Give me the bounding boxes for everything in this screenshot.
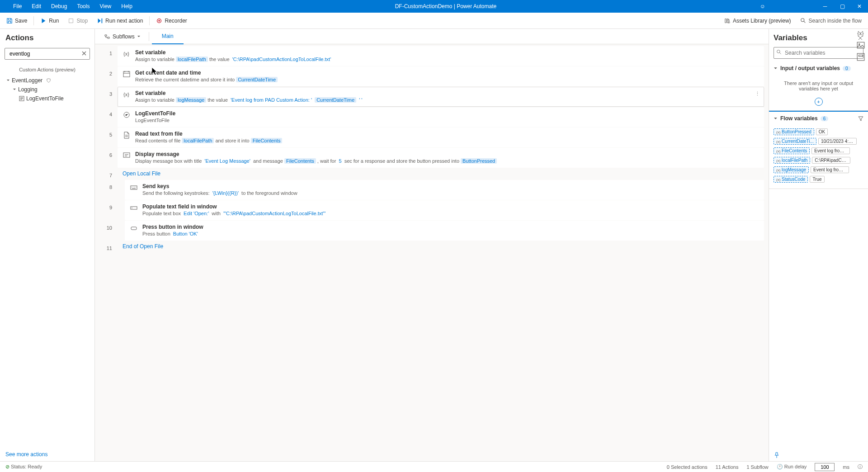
- menu-file[interactable]: File: [8, 0, 27, 13]
- images-tab-icon[interactable]: [856, 41, 865, 50]
- tree-node-logging[interactable]: Logging: [0, 85, 94, 94]
- tree-node-logeventtofile[interactable]: LogEventToFile: [0, 94, 94, 103]
- add-io-variable-button[interactable]: +: [815, 98, 823, 106]
- step-number: 10: [103, 221, 116, 231]
- variable-value: Event log from PAD...: [811, 166, 849, 173]
- step-send-keys[interactable]: Send keys Send the following keystrokes:…: [125, 180, 764, 200]
- step-populate-text[interactable]: Populate text field in window Populate t…: [125, 200, 764, 220]
- subflows-button[interactable]: Subflows: [99, 29, 146, 44]
- step-description: Retrieve the current datetime and store …: [135, 76, 759, 83]
- svg-rect-15: [857, 42, 864, 48]
- svg-text:{x}: {x}: [123, 51, 129, 57]
- close-button[interactable]: ✕: [851, 0, 868, 13]
- actions-heading: Actions: [0, 29, 94, 45]
- svg-rect-17: [857, 53, 864, 61]
- step-set-variable-2[interactable]: {x} Set variable Assign to variable logM…: [118, 87, 764, 107]
- variable-chip[interactable]: (x) ButtonPressed OK: [774, 128, 828, 135]
- tab-main[interactable]: Main: [152, 29, 184, 44]
- variable-chip[interactable]: (x) StatusCode True: [774, 176, 825, 183]
- step-display-message[interactable]: Display message Display message box with…: [118, 148, 764, 168]
- calendar-icon: [123, 70, 131, 78]
- custom-action-icon: [123, 111, 131, 119]
- recorder-button[interactable]: Recorder: [151, 13, 191, 29]
- step-title: LogEventToFile: [135, 110, 759, 117]
- more-icon[interactable]: ⋮: [755, 91, 760, 97]
- step-title: Get current date and time: [135, 70, 759, 76]
- flow-variables-header[interactable]: Flow variables6: [769, 112, 868, 125]
- step-read-text[interactable]: Read text from file Read contents of fil…: [118, 127, 764, 147]
- run-delay-input[interactable]: [815, 463, 835, 471]
- step-title: End of Open File: [123, 243, 759, 250]
- actions-panel: Actions Custom Actions (preview) EventLo…: [0, 29, 95, 461]
- flow-canvas[interactable]: 1 {x} Set variable Assign to variable lo…: [95, 44, 769, 461]
- svg-text:{x}: {x}: [123, 92, 129, 97]
- tree-node-eventlogger[interactable]: EventLogger: [0, 76, 94, 85]
- step-region-open[interactable]: Open Local File: [118, 168, 764, 179]
- step-title: Set variable: [135, 49, 759, 56]
- step-logeventtofile[interactable]: LogEventToFile LogEventToFile: [118, 107, 764, 127]
- step-title: Open Local File: [123, 170, 759, 177]
- step-number: 9: [103, 200, 116, 210]
- menu-help[interactable]: Help: [116, 0, 137, 13]
- keyboard-icon: [130, 184, 138, 192]
- step-press-button[interactable]: Press button in window Press button Butt…: [125, 221, 764, 241]
- step-get-datetime[interactable]: Get current date and time Retrieve the c…: [118, 66, 764, 86]
- variables-search-input[interactable]: [774, 47, 863, 59]
- variable-icon: {x}: [123, 50, 131, 58]
- variable-chip[interactable]: (x) CurrentDateTi... 10/21/2023 4:58:53.…: [774, 138, 857, 145]
- variable-name: (x) logMessage: [774, 166, 809, 173]
- menu-edit[interactable]: Edit: [27, 0, 46, 13]
- subflow-count: 1 Subflow: [746, 464, 768, 470]
- feedback-icon[interactable]: ☺: [754, 0, 771, 13]
- assets-library-button[interactable]: Assets Library (preview): [720, 13, 796, 29]
- save-button[interactable]: Save: [2, 13, 32, 29]
- clear-search-icon[interactable]: [81, 50, 87, 57]
- menu-tools[interactable]: Tools: [72, 0, 94, 13]
- file-icon: [123, 131, 131, 139]
- menu-debug[interactable]: Debug: [46, 0, 72, 13]
- variable-name: (x) CurrentDateTi...: [774, 138, 816, 145]
- run-next-button[interactable]: Run next action: [92, 13, 147, 29]
- button-icon: [130, 224, 138, 232]
- svg-point-16: [859, 43, 860, 45]
- variable-chip[interactable]: (x) FileContents Event log from PAD...: [774, 147, 850, 154]
- run-delay-label: 🕐 Run delay: [777, 464, 807, 470]
- step-set-variable[interactable]: {x} Set variable Assign to variable loca…: [118, 46, 764, 66]
- flow-count-badge: 6: [821, 116, 829, 121]
- tabs-bar: Subflows Main: [95, 29, 769, 44]
- filter-icon[interactable]: [858, 116, 863, 121]
- maximize-button[interactable]: ▢: [834, 0, 851, 13]
- minimize-button[interactable]: ─: [816, 0, 834, 13]
- io-count-badge: 0: [843, 66, 851, 71]
- ui-elements-tab-icon[interactable]: [856, 52, 865, 61]
- svg-point-13: [777, 50, 780, 53]
- step-title: Populate text field in window: [142, 203, 759, 210]
- chevron-down-icon: [13, 88, 16, 91]
- user-area[interactable]: [771, 0, 816, 13]
- variable-chip[interactable]: (x) logMessage Event log from PAD...: [774, 166, 849, 173]
- variables-tab-icon[interactable]: {x}: [856, 29, 865, 38]
- step-description: Assign to variable logMessage the value …: [135, 97, 759, 104]
- svg-rect-12: [131, 227, 137, 230]
- chevron-down-icon: [6, 79, 10, 82]
- svg-rect-6: [123, 71, 130, 77]
- info-icon[interactable]: ⓘ: [858, 463, 863, 470]
- io-variables-header[interactable]: Input / output variables0: [769, 61, 868, 75]
- variable-name: (x) ButtonPressed: [774, 128, 814, 135]
- variable-chip[interactable]: (x) localFilePath C:\RPA\padCusto...: [774, 157, 850, 164]
- run-button[interactable]: Run: [36, 13, 63, 29]
- status-bar: ⊘ Status: Ready 0 Selected actions 11 Ac…: [0, 461, 868, 472]
- menu-view[interactable]: View: [94, 0, 116, 13]
- step-region-end[interactable]: End of Open File: [118, 241, 764, 252]
- actions-search-input[interactable]: [5, 48, 90, 60]
- search-flow[interactable]: Search inside the flow: [796, 13, 866, 29]
- see-more-actions-link[interactable]: See more actions: [5, 451, 47, 458]
- step-title: Send keys: [142, 183, 759, 189]
- pin-icon[interactable]: [774, 452, 863, 458]
- step-number: 4: [103, 107, 116, 117]
- stop-button: Stop: [63, 13, 92, 29]
- step-title: Read text from file: [135, 131, 759, 137]
- actions-tree: Custom Actions (preview) EventLogger Log…: [0, 62, 94, 448]
- menubar: File Edit Debug Tools View Help: [0, 0, 137, 13]
- status-ready: ⊘ Status: Ready: [5, 464, 42, 470]
